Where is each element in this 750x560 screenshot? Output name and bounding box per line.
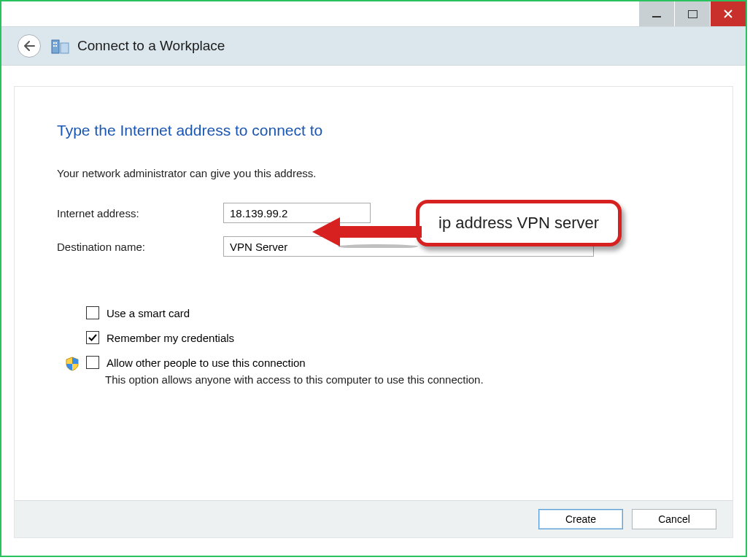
create-button[interactable]: Create — [538, 509, 623, 529]
maximize-button[interactable] — [675, 1, 710, 26]
annotation-text: ip address VPN server — [416, 200, 622, 246]
annotation-callout: ip address VPN server — [416, 200, 622, 246]
smart-card-checkbox[interactable] — [86, 306, 99, 319]
remember-credentials-label: Remember my credentials — [107, 332, 234, 344]
page-title: Type the Internet address to connect to — [57, 122, 690, 139]
workplace-icon — [51, 36, 70, 55]
allow-others-checkbox[interactable] — [86, 356, 99, 369]
minimize-button[interactable] — [639, 1, 674, 26]
svg-point-8 — [338, 244, 418, 248]
wizard-title: Connect to a Workplace — [77, 38, 225, 54]
svg-marker-7 — [312, 217, 340, 246]
smart-card-label: Use a smart card — [107, 307, 190, 319]
uac-shield-icon — [65, 357, 80, 371]
svg-rect-5 — [55, 45, 57, 47]
remember-credentials-checkbox[interactable] — [86, 331, 99, 344]
footer: Create Cancel — [15, 500, 732, 537]
wizard-header: Connect to a Workplace — [1, 26, 746, 66]
svg-rect-6 — [336, 226, 422, 238]
svg-rect-1 — [61, 43, 69, 53]
back-button[interactable] — [18, 34, 41, 58]
titlebar — [1, 1, 746, 26]
cancel-button[interactable]: Cancel — [632, 509, 716, 529]
allow-others-description: This option allows anyone with access to… — [105, 373, 484, 386]
svg-rect-3 — [55, 42, 57, 44]
options-group: Use a smart card Remember my credentials — [86, 306, 690, 386]
svg-rect-2 — [53, 42, 55, 44]
remember-credentials-option[interactable]: Remember my credentials — [86, 331, 690, 344]
svg-rect-4 — [53, 45, 55, 47]
page-subtext: Your network administrator can give you … — [57, 167, 690, 179]
window: Connect to a Workplace Type the Internet… — [0, 0, 747, 557]
internet-address-label: Internet address: — [57, 207, 223, 219]
annotation-arrow-icon — [312, 216, 422, 248]
allow-others-option: Allow other people to use this connectio… — [65, 356, 690, 386]
smart-card-option[interactable]: Use a smart card — [86, 306, 690, 319]
content-pane: Type the Internet address to connect to … — [14, 86, 733, 538]
destination-name-label: Destination name: — [57, 241, 223, 253]
close-button[interactable] — [711, 1, 746, 26]
allow-others-label: Allow other people to use this connectio… — [107, 357, 306, 369]
